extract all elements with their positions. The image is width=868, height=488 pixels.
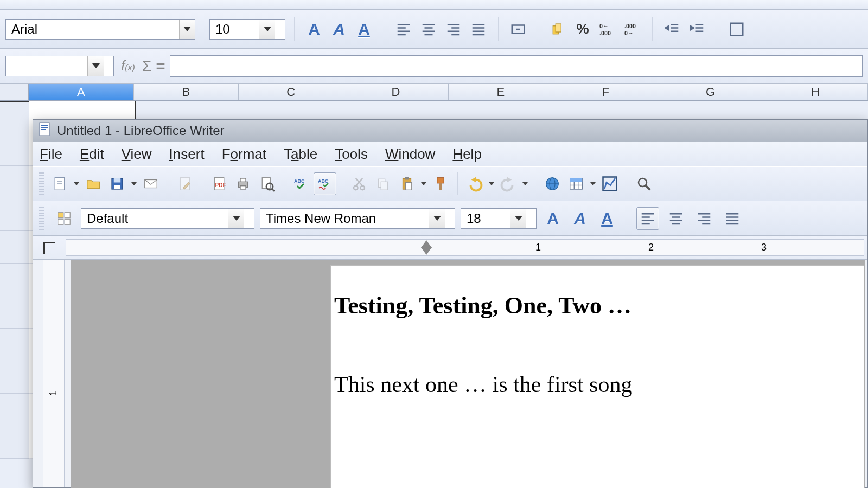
percent-button[interactable]: % <box>572 18 593 40</box>
function-wizard-icon[interactable]: f(x) <box>118 57 138 74</box>
cut-button[interactable] <box>348 172 371 195</box>
toolbar-handle[interactable] <box>39 207 44 230</box>
add-decimal-button[interactable]: .0000→ <box>622 18 643 40</box>
calc-formula-bar: f(x) Σ = <box>0 49 868 84</box>
dropdown-arrow-icon[interactable] <box>429 209 445 228</box>
redo-dropdown[interactable] <box>521 182 529 185</box>
undo-button[interactable] <box>463 172 486 195</box>
bold-button[interactable]: A <box>303 18 325 40</box>
table-dropdown[interactable] <box>589 182 597 185</box>
new-doc-dropdown[interactable] <box>72 182 81 185</box>
autospellcheck-button[interactable]: ABC <box>314 172 336 195</box>
horizontal-ruler[interactable]: 1 2 3 <box>66 239 864 256</box>
redo-button[interactable] <box>497 172 520 195</box>
open-button[interactable] <box>82 172 105 195</box>
italic-button[interactable]: A <box>328 18 350 40</box>
undo-dropdown[interactable] <box>487 182 496 185</box>
styles-button[interactable] <box>53 207 75 230</box>
borders-button[interactable] <box>726 18 748 40</box>
font-size-combo[interactable] <box>461 208 537 229</box>
align-right-button[interactable] <box>443 18 464 40</box>
menu-table[interactable]: Table <box>284 146 317 163</box>
clone-format-button[interactable] <box>429 172 452 195</box>
save-dropdown[interactable] <box>130 182 138 185</box>
paragraph-style-combo[interactable] <box>81 208 254 229</box>
currency-button[interactable] <box>547 18 569 40</box>
select-all-corner[interactable] <box>0 84 29 100</box>
document-page[interactable]: Testing, Testing, One, Two … This next o… <box>330 265 864 488</box>
menu-format[interactable]: Format <box>222 146 266 163</box>
bold-button[interactable]: A <box>542 208 564 229</box>
align-justify-button[interactable] <box>721 207 744 230</box>
show-draw-button[interactable] <box>598 172 621 195</box>
font-name-combo[interactable] <box>5 19 195 40</box>
align-right-button[interactable] <box>693 207 716 230</box>
name-box-input[interactable] <box>6 59 87 74</box>
dropdown-arrow-icon[interactable] <box>179 20 195 39</box>
paragraph-style-input[interactable] <box>81 211 228 226</box>
align-left-button[interactable] <box>393 18 414 40</box>
copy-button[interactable] <box>372 172 394 195</box>
print-button[interactable] <box>232 172 254 195</box>
toolbar-handle[interactable] <box>39 172 44 195</box>
name-box[interactable] <box>5 56 114 76</box>
email-button[interactable] <box>139 172 162 195</box>
paste-dropdown[interactable] <box>419 182 428 185</box>
dropdown-arrow-icon[interactable] <box>510 209 526 228</box>
align-center-button[interactable] <box>665 207 687 230</box>
title-bar[interactable]: Untitled 1 - LibreOffice Writer <box>33 120 867 142</box>
decrease-indent-button[interactable] <box>661 18 683 40</box>
column-header-D[interactable]: D <box>343 84 448 100</box>
vertical-ruler[interactable]: 1 <box>43 260 65 487</box>
document-paragraph[interactable]: This next one … is the first song <box>334 371 860 397</box>
paste-button[interactable] <box>395 172 418 195</box>
font-name-input[interactable] <box>6 22 179 37</box>
column-header-B[interactable]: B <box>134 84 239 100</box>
document-heading[interactable]: Testing, Testing, One, Two … <box>334 292 860 319</box>
align-left-button[interactable] <box>636 207 659 230</box>
column-header-E[interactable]: E <box>449 84 553 100</box>
column-header-F[interactable]: F <box>553 84 658 100</box>
left-indent-marker[interactable] <box>421 247 432 255</box>
menu-file[interactable]: File <box>40 146 62 163</box>
export-pdf-button[interactable]: PDF <box>208 172 231 195</box>
new-doc-button[interactable] <box>48 172 71 195</box>
hyperlink-button[interactable] <box>541 172 564 195</box>
table-button[interactable] <box>565 172 588 195</box>
edit-file-button[interactable] <box>174 172 196 195</box>
column-header-H[interactable]: H <box>763 84 868 100</box>
column-header-C[interactable]: C <box>239 84 343 100</box>
formula-icon[interactable]: = <box>156 57 165 75</box>
menu-tools[interactable]: Tools <box>335 146 368 163</box>
number-format-button[interactable]: 0←.000 <box>597 18 618 40</box>
save-button[interactable] <box>106 172 129 195</box>
align-center-button[interactable] <box>418 18 439 40</box>
first-line-indent-marker[interactable] <box>421 240 432 248</box>
dropdown-arrow-icon[interactable] <box>228 209 244 228</box>
spellcheck-button[interactable]: ABC <box>290 172 312 195</box>
dropdown-arrow-icon[interactable] <box>87 56 104 76</box>
sum-icon[interactable]: Σ <box>142 57 151 75</box>
align-justify-button[interactable] <box>468 18 489 40</box>
formula-input[interactable] <box>170 55 863 77</box>
column-header-G[interactable]: G <box>658 84 763 100</box>
merge-cells-button[interactable] <box>507 18 529 40</box>
italic-button[interactable]: A <box>569 208 591 229</box>
menu-insert[interactable]: Insert <box>169 146 205 163</box>
font-name-combo[interactable] <box>260 208 455 229</box>
menu-help[interactable]: Help <box>452 146 481 163</box>
underline-button[interactable]: A <box>596 208 618 229</box>
font-name-input[interactable] <box>260 211 429 226</box>
find-button[interactable] <box>633 172 655 195</box>
underline-button[interactable]: A <box>353 18 375 40</box>
font-size-input[interactable] <box>461 211 510 226</box>
increase-indent-button[interactable] <box>686 18 708 40</box>
print-preview-button[interactable] <box>256 172 278 195</box>
font-size-combo[interactable] <box>209 19 285 40</box>
menu-window[interactable]: Window <box>385 146 435 163</box>
menu-edit[interactable]: Edit <box>80 146 104 163</box>
column-header-A[interactable]: A <box>29 84 133 100</box>
dropdown-arrow-icon[interactable] <box>259 20 275 39</box>
menu-view[interactable]: View <box>122 146 152 163</box>
font-size-input[interactable] <box>210 22 259 37</box>
